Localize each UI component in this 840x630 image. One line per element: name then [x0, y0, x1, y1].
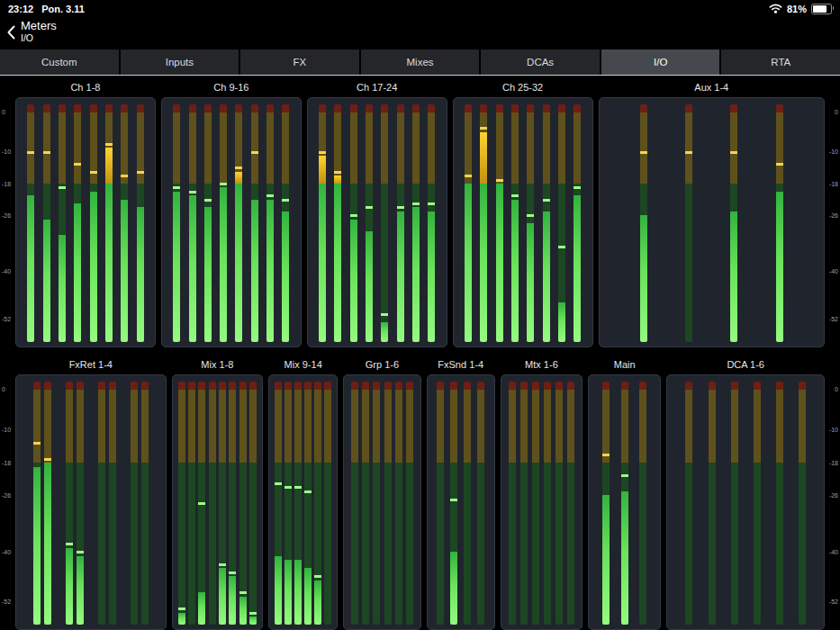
- meter-zone-yellow: [351, 390, 358, 463]
- battery-fill: [813, 5, 826, 13]
- meter-peak-hold: [574, 186, 581, 189]
- meter: [685, 382, 692, 625]
- tab-inputs[interactable]: Inputs: [121, 50, 239, 75]
- scale-tick: -52: [825, 598, 838, 606]
- meter: [397, 104, 404, 342]
- group-label: FxRet 1-4: [15, 358, 167, 374]
- meter-zone-green: [437, 463, 444, 625]
- meter-level: [397, 212, 404, 342]
- scale-tick: 0: [2, 108, 15, 116]
- meter-zone-yellow: [285, 390, 292, 463]
- meter-peak-hold: [285, 486, 292, 489]
- meter-zone-red: [137, 104, 144, 112]
- meter-level: [640, 215, 647, 342]
- meter-zone-yellow: [77, 390, 84, 463]
- meter-group-dca-1-6: DCA 1-6: [666, 358, 825, 630]
- meter-zone-red: [109, 382, 116, 390]
- meters-row-mixes: FxRet 1-4Mix 1-8Mix 9-14Grp 1-6FxSnd 1-4…: [0, 358, 840, 630]
- meter-zone-green: [249, 463, 257, 625]
- meter: [640, 104, 647, 342]
- meter: [235, 104, 242, 342]
- meter-zone-red: [428, 104, 435, 112]
- meter-level: [730, 212, 737, 342]
- meter-peak-hold: [496, 179, 503, 182]
- meter-peak-hold: [275, 482, 282, 485]
- meter-zone-red: [209, 382, 216, 390]
- meter: [173, 104, 180, 342]
- status-right: 81%: [769, 4, 832, 14]
- meter-peak-hold: [44, 458, 51, 461]
- group-label: Mix 9-14: [268, 358, 338, 374]
- meter: [730, 104, 737, 342]
- group-label: DCA 1-6: [666, 358, 825, 374]
- meter-zone-red: [397, 104, 404, 112]
- scale-ticks-left: 0-10-18-26-40-52: [2, 97, 15, 347]
- meter-peak-hold: [121, 175, 128, 177]
- meter-peak-hold: [173, 186, 180, 189]
- meter-groups: FxRet 1-4Mix 1-8Mix 9-14Grp 1-6FxSnd 1-4…: [15, 358, 825, 630]
- scale-tick: -18: [825, 459, 838, 467]
- meter-level: [294, 560, 302, 625]
- meter: [543, 104, 550, 342]
- back-button[interactable]: [4, 22, 18, 42]
- meter-zone-red: [520, 382, 528, 390]
- tab-i-o[interactable]: I/O: [601, 50, 720, 75]
- meter-level: [105, 184, 113, 342]
- meter-peak-hold: [294, 486, 302, 489]
- meter-zone-yellow: [59, 112, 66, 184]
- meter-zone-yellow: [294, 390, 302, 463]
- meter-zone-red: [77, 382, 84, 390]
- meter-zone-yellow: [121, 112, 128, 184]
- scale-tick: -52: [2, 598, 15, 606]
- meter-zone-yellow: [189, 112, 196, 184]
- meter: [412, 104, 420, 342]
- meter-zone-yellow: [98, 390, 105, 463]
- meter-zone-red: [351, 382, 358, 390]
- meter-zone-red: [229, 382, 236, 390]
- battery-nub: [833, 6, 835, 10]
- tab-rta[interactable]: RTA: [721, 50, 840, 75]
- meter-zone-green: [406, 463, 413, 625]
- meter-peak-hold: [137, 171, 144, 174]
- scale-tick: -40: [2, 267, 15, 275]
- meter-zone-yellow: [527, 112, 534, 184]
- meter-zone-yellow: [731, 390, 738, 463]
- meter: [209, 382, 216, 625]
- meter-zone-red: [558, 104, 565, 112]
- meter-peak-hold: [397, 206, 404, 209]
- meter-zone-yellow: [428, 112, 435, 184]
- tab-fx[interactable]: FX: [240, 50, 359, 75]
- meter-zone-green: [373, 463, 380, 625]
- meter-level: [204, 207, 212, 342]
- meter: [282, 104, 289, 342]
- meter-zone-red: [412, 104, 420, 112]
- meter-peak-hold: [314, 575, 321, 578]
- tab-mixes[interactable]: Mixes: [361, 50, 480, 75]
- meter-group-ch-9-16: Ch 9-16: [161, 81, 302, 347]
- tab-dcas[interactable]: DCAs: [481, 50, 600, 75]
- tab-custom[interactable]: Custom: [0, 50, 119, 75]
- meter-pair: [33, 382, 51, 625]
- meter-group-main: Main: [588, 358, 661, 630]
- meter-zone-yellow: [314, 390, 321, 463]
- meter-level: [173, 192, 180, 342]
- meter-zone-red: [709, 382, 716, 390]
- meter: [465, 104, 472, 342]
- meter: [121, 104, 128, 342]
- meter-peak-hold: [511, 194, 519, 197]
- meter-zone-yellow: [373, 390, 380, 463]
- meter: [178, 382, 185, 625]
- meter: [567, 382, 574, 625]
- meter: [27, 104, 34, 342]
- meter-zone-yellow: [464, 390, 471, 463]
- scale-tick: -10: [2, 148, 15, 156]
- wifi-icon: [769, 4, 782, 14]
- meter-zone-red: [754, 382, 761, 390]
- meter-zone-red: [450, 382, 457, 390]
- group-label: Ch 25-32: [453, 81, 593, 97]
- meter-panel: [172, 374, 264, 630]
- meter: [188, 382, 195, 625]
- meter-zone-red: [189, 104, 196, 112]
- meter: [799, 382, 806, 625]
- meter-level: [574, 195, 581, 342]
